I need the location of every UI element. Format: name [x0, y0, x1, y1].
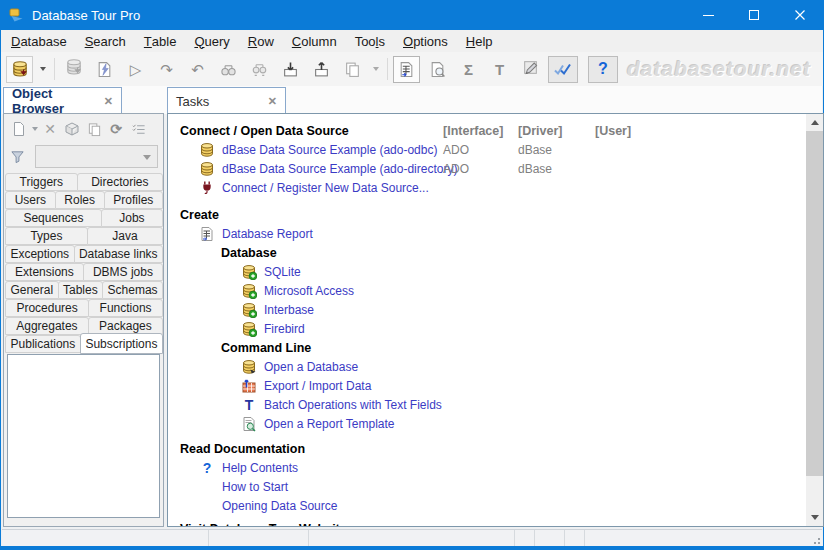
column-user: [User]	[595, 124, 631, 138]
text-fields-button[interactable]: T	[486, 56, 513, 83]
section-documentation: Read Documentation	[168, 439, 806, 458]
vertical-scrollbar[interactable]	[806, 114, 823, 526]
filter-combobox[interactable]	[35, 145, 158, 168]
menu-table[interactable]: Table	[135, 30, 186, 52]
new-object-dropdown[interactable]	[30, 127, 39, 131]
tab-functions[interactable]: Functions	[88, 299, 163, 317]
tab-object-browser[interactable]: Object Browser ✕	[3, 87, 122, 114]
menu-options[interactable]: Options	[394, 30, 457, 52]
close-tab-icon[interactable]: ✕	[268, 95, 277, 108]
tab-types[interactable]: Types	[5, 227, 88, 245]
close-tab-icon[interactable]: ✕	[104, 95, 113, 108]
datasource-link[interactable]: dBase Data Source Example (ado-odbc)	[222, 143, 437, 157]
delete-object-button[interactable]: ✕	[39, 118, 61, 140]
open-datasource-dropdown[interactable]	[37, 56, 49, 83]
find-button[interactable]	[215, 56, 242, 83]
create-access-link[interactable]: Microsoft Access	[264, 284, 354, 298]
tab-label: Tasks	[176, 94, 209, 109]
tab-sequences[interactable]: Sequences	[5, 209, 102, 227]
tab-extensions[interactable]: Extensions	[5, 263, 84, 281]
scroll-up-button[interactable]	[806, 114, 823, 131]
tab-triggers[interactable]: Triggers	[5, 173, 78, 191]
menu-search[interactable]: Search	[76, 30, 135, 52]
export-button[interactable]	[308, 56, 335, 83]
connect-new-link[interactable]: Connect / Register New Data Source...	[222, 181, 429, 195]
minimize-button[interactable]	[685, 0, 731, 30]
tab-general[interactable]: General	[5, 281, 59, 299]
report-template-link[interactable]: Open a Report Template	[264, 417, 395, 431]
tab-exceptions[interactable]: Exceptions	[5, 245, 75, 263]
close-button[interactable]	[777, 0, 823, 30]
tab-dbms-jobs[interactable]: DBMS jobs	[83, 263, 163, 281]
status-cell	[565, 530, 585, 546]
edit-record-button[interactable]	[517, 56, 544, 83]
database-report-link[interactable]: Database Report	[222, 227, 313, 241]
redo-button[interactable]: ↷	[153, 56, 180, 83]
menu-column[interactable]: Column	[283, 30, 346, 52]
datasource-link[interactable]: dBase Data Source Example (ado-directory…	[222, 162, 457, 176]
scroll-down-button[interactable]	[806, 509, 823, 526]
aggregate-button[interactable]: Σ	[455, 56, 482, 83]
help-button[interactable]: ?	[588, 56, 618, 83]
properties-list-button[interactable]	[127, 118, 149, 140]
report-button[interactable]	[393, 56, 420, 83]
tab-subscriptions[interactable]: Subscriptions	[80, 333, 163, 354]
copy-object-button[interactable]	[83, 118, 105, 140]
copy-button[interactable]	[339, 56, 366, 83]
maximize-button[interactable]	[731, 0, 777, 30]
refresh-button[interactable]: ⟳	[105, 118, 127, 140]
create-firebird-link[interactable]: Firebird	[264, 322, 305, 336]
tab-database-links[interactable]: Database links	[74, 245, 164, 263]
tasks-panel: Connect / Open Data Source [Interface] […	[167, 113, 824, 527]
tab-aggregates[interactable]: Aggregates	[5, 317, 89, 335]
create-sqlite-link[interactable]: SQLite	[264, 265, 301, 279]
tab-java[interactable]: Java	[87, 227, 163, 245]
replace-button[interactable]	[246, 56, 273, 83]
driver-value: dBase	[518, 162, 552, 176]
how-to-start-link[interactable]: How to Start	[222, 480, 288, 494]
undo-button[interactable]: ↶	[184, 56, 211, 83]
opening-datasource-link[interactable]: Opening Data Source	[222, 499, 337, 513]
menu-database[interactable]: Database	[2, 30, 76, 52]
package-button[interactable]	[61, 118, 83, 140]
menu-help[interactable]: Help	[457, 30, 502, 52]
batch-text-link[interactable]: Batch Operations with Text Fields	[264, 398, 442, 412]
execute-button[interactable]: ▷	[122, 56, 149, 83]
menu-label: R	[248, 34, 257, 49]
tab-directories[interactable]: Directories	[77, 173, 163, 191]
tab-users[interactable]: Users	[5, 191, 56, 209]
scrollbar-thumb[interactable]	[806, 131, 823, 476]
commit-button[interactable]	[548, 56, 578, 83]
menu-row[interactable]: Row	[239, 30, 283, 52]
open-database-icon	[241, 359, 257, 375]
resize-grip[interactable]	[808, 530, 822, 546]
tab-tasks[interactable]: Tasks ✕	[167, 87, 286, 114]
print-preview-button[interactable]	[424, 56, 451, 83]
column-driver: [Driver]	[518, 124, 562, 138]
tab-procedures[interactable]: Procedures	[5, 299, 89, 317]
database-report-row: Database Report	[168, 224, 806, 243]
menu-label: Too	[355, 34, 376, 49]
sql-editor-button[interactable]	[91, 56, 118, 83]
chevron-down-icon	[40, 67, 46, 71]
tab-publications[interactable]: Publications	[5, 335, 81, 353]
tab-tables[interactable]: Tables	[58, 281, 104, 299]
column-interface: [Interface]	[443, 124, 503, 138]
import-button[interactable]	[277, 56, 304, 83]
export-import-link[interactable]: Export / Import Data	[264, 379, 371, 393]
menu-query[interactable]: Query	[185, 30, 238, 52]
open-datasource-button[interactable]	[6, 56, 33, 83]
tab-jobs[interactable]: Jobs	[101, 209, 163, 227]
new-object-button[interactable]	[8, 118, 30, 140]
open-database-link[interactable]: Open a Database	[264, 360, 358, 374]
export-table-icon	[241, 378, 257, 394]
close-datasource-button[interactable]	[60, 56, 87, 83]
help-contents-link[interactable]: Help Contents	[222, 461, 298, 475]
tab-schemas[interactable]: Schemas	[102, 281, 163, 299]
object-list[interactable]	[7, 354, 160, 518]
tab-profiles[interactable]: Profiles	[104, 191, 163, 209]
create-interbase-link[interactable]: Interbase	[264, 303, 314, 317]
tab-roles[interactable]: Roles	[55, 191, 105, 209]
menu-tools[interactable]: Tools	[346, 30, 394, 52]
copy-dropdown[interactable]	[370, 56, 382, 83]
